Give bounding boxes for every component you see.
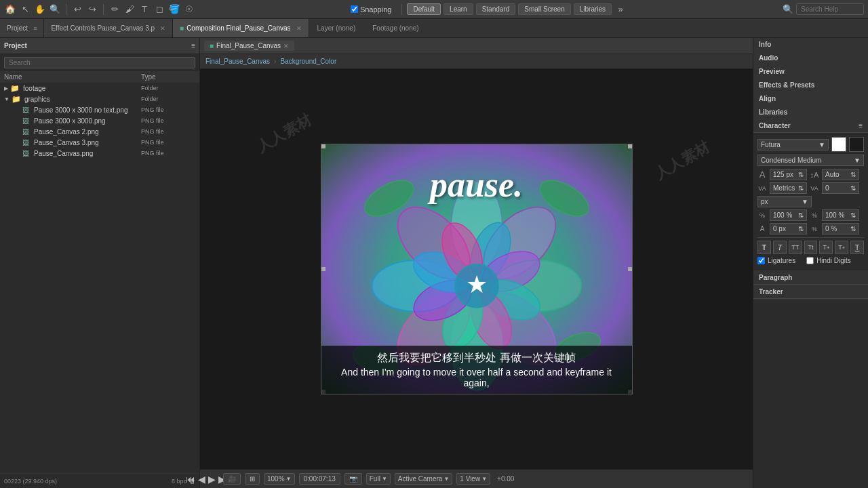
- workspace-learn[interactable]: Learn: [443, 3, 473, 15]
- format-all-caps[interactable]: TT: [789, 241, 802, 254]
- playback-controls[interactable]: ⏮ ◀ ▶ ▶ ⏭: [204, 472, 219, 486]
- handle-bl[interactable]: [321, 390, 326, 394]
- comp-main-tab[interactable]: ■ Final_Pause_Canvas ✕: [204, 41, 294, 51]
- handle-br[interactable]: [628, 390, 632, 394]
- file-item-pause2[interactable]: 🖼 Pause 3000 x 3000.png PNG file: [0, 115, 199, 126]
- leading-field[interactable]: Auto ⇅: [822, 169, 859, 180]
- preview-section: Preview: [753, 65, 868, 79]
- safe-areas-btn[interactable]: ⊞: [245, 473, 260, 485]
- more-workspace-icon[interactable]: »: [614, 3, 627, 16]
- pen-icon[interactable]: ✏: [108, 3, 121, 16]
- project-bottom-bar: 00223 (29.940 dps) 8 bpc 🗑: [0, 473, 199, 488]
- file-item-pause-canvas3[interactable]: 🖼 Pause_Canvas 3.png PNG file: [0, 137, 199, 148]
- vscale-field[interactable]: 100 % ⇅: [770, 209, 807, 221]
- stroke-color-swatch[interactable]: [849, 137, 864, 152]
- audio-header[interactable]: Audio: [753, 52, 868, 64]
- handle-tl[interactable]: [321, 144, 326, 148]
- project-search-input[interactable]: [4, 57, 195, 68]
- resolution-toggle[interactable]: 🎥: [223, 473, 241, 485]
- search-help-input[interactable]: [796, 3, 864, 15]
- effects-header[interactable]: Effects & Presets: [753, 79, 868, 92]
- home-icon[interactable]: 🏠: [4, 3, 16, 16]
- weight-select[interactable]: Condensed Medium ▼: [757, 155, 864, 166]
- fill-icon[interactable]: 🪣: [168, 3, 180, 16]
- camera-dropdown[interactable]: Active Camera ▼: [395, 473, 453, 485]
- quality-arrow: ▼: [382, 476, 387, 482]
- pause-canvas2-icon: 🖼: [20, 127, 31, 136]
- format-italic[interactable]: T: [773, 241, 787, 254]
- pause-canvas-name: Pause_Canvas.png: [34, 150, 141, 157]
- brush-icon[interactable]: 🖌: [123, 3, 136, 16]
- crumb-final[interactable]: Final_Pause_Canvas: [205, 58, 270, 65]
- effect-controls-close[interactable]: ✕: [160, 25, 165, 32]
- leading-arrows: ⇅: [850, 171, 856, 178]
- file-item-pause1[interactable]: 🖼 Pause 3000 x 3000 no text.png PNG file: [0, 104, 199, 115]
- format-underline[interactable]: T: [850, 241, 864, 254]
- snapping-checkbox[interactable]: [351, 5, 358, 13]
- puppet-icon[interactable]: ☉: [183, 3, 195, 16]
- font-arrow: ▼: [818, 141, 825, 148]
- comp-viewer: 人人素材 RRCG 人人素材: [200, 69, 753, 469]
- zoom-dropdown[interactable]: 100% ▼: [264, 473, 295, 485]
- hand-icon[interactable]: ✋: [34, 3, 46, 16]
- project-tab-close[interactable]: ≡: [33, 25, 37, 32]
- character-menu-icon[interactable]: ≡: [859, 122, 863, 129]
- effect-controls-label: Effect Controls Pause_Canvas 3.p: [51, 24, 155, 32]
- prev-frame-icon[interactable]: ◀: [198, 474, 205, 485]
- workspace-standard[interactable]: Standard: [476, 3, 516, 15]
- tracking-field[interactable]: 0 ⇅: [822, 182, 859, 194]
- shape-icon[interactable]: ◻: [153, 3, 165, 16]
- comp-tab-close[interactable]: ✕: [283, 43, 289, 49]
- crumb-background[interactable]: Background_Color: [280, 58, 336, 65]
- redo-icon[interactable]: ↪: [86, 3, 98, 16]
- pause-canvas-type: PNG file: [141, 150, 195, 157]
- fill-color-swatch[interactable]: [831, 137, 846, 152]
- handle-ml[interactable]: [321, 267, 326, 271]
- format-small-caps[interactable]: Tt: [804, 241, 818, 254]
- font-select[interactable]: Futura ▼: [757, 139, 829, 150]
- align-header[interactable]: Align: [753, 92, 868, 105]
- format-super[interactable]: T+: [819, 241, 833, 254]
- panel-bar: Project ≡ Effect Controls Pause_Canvas 3…: [0, 19, 868, 38]
- baseline-field[interactable]: 0 px ⇅: [770, 223, 807, 235]
- view-dropdown[interactable]: 1 View ▼: [456, 473, 490, 485]
- select-icon[interactable]: ↖: [19, 3, 31, 16]
- format-bold[interactable]: T: [757, 241, 771, 254]
- camera-icon-btn[interactable]: 📷: [344, 473, 362, 485]
- play-icon[interactable]: ▶: [208, 474, 216, 485]
- hindi-digits-checkbox[interactable]: [806, 257, 814, 264]
- quality-dropdown[interactable]: Full ▼: [366, 473, 391, 485]
- composition-panel-tab[interactable]: ■ Composition Final_Pause_Canvas ✕: [173, 19, 309, 37]
- kerning-arrows: ⇅: [798, 184, 804, 192]
- tsume-field[interactable]: 0 % ⇅: [822, 223, 859, 235]
- tracker-header: Tracker: [753, 285, 868, 299]
- font-size-field[interactable]: 125 px ⇅: [770, 169, 807, 180]
- workspace-default[interactable]: Default: [407, 3, 441, 15]
- project-panel-tab[interactable]: Project ≡: [0, 19, 44, 37]
- libraries-header[interactable]: Libraries: [753, 106, 868, 119]
- preview-header[interactable]: Preview: [753, 65, 868, 78]
- file-item-pause-canvas[interactable]: 🖼 Pause_Canvas.png PNG file: [0, 148, 199, 159]
- info-section: Info: [753, 38, 868, 52]
- project-header-menu[interactable]: ≡: [191, 42, 195, 49]
- to-start-icon[interactable]: ⏮: [186, 474, 195, 485]
- handle-tr[interactable]: [628, 144, 632, 148]
- text-icon[interactable]: T: [138, 3, 151, 16]
- hscale-field[interactable]: 100 % ⇅: [822, 209, 859, 221]
- pause-canvas3-icon: 🖼: [20, 138, 31, 146]
- undo-icon[interactable]: ↩: [71, 3, 83, 16]
- format-sub[interactable]: T+: [835, 241, 848, 254]
- file-item-graphics[interactable]: ▼ 📁 graphics Folder: [0, 94, 199, 104]
- info-header[interactable]: Info: [753, 38, 868, 51]
- units-dropdown[interactable]: px ▼: [757, 196, 812, 207]
- kerning-field[interactable]: Metrics ⇅: [770, 182, 807, 194]
- file-item-pause-canvas2[interactable]: 🖼 Pause_Canvas 2.png PNG file: [0, 126, 199, 137]
- composition-close[interactable]: ✕: [296, 25, 302, 32]
- ligatures-checkbox[interactable]: [757, 257, 765, 264]
- workspace-libraries[interactable]: Libraries: [574, 3, 612, 15]
- effect-controls-tab[interactable]: Effect Controls Pause_Canvas 3.p ✕: [44, 19, 173, 37]
- file-item-footage[interactable]: ▶ 📁 footage Folder: [0, 83, 199, 94]
- workspace-small-screen[interactable]: Small Screen: [518, 3, 570, 15]
- handle-mr[interactable]: [628, 267, 632, 271]
- zoom-icon[interactable]: 🔍: [49, 3, 61, 16]
